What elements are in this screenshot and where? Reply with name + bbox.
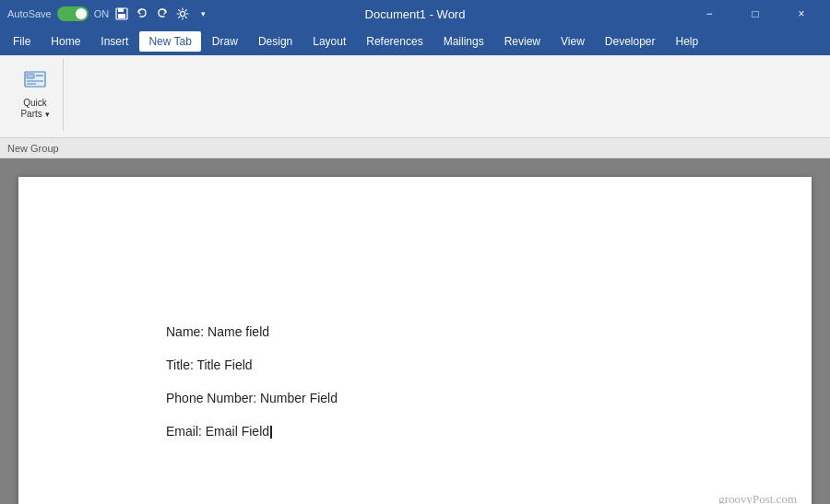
svg-point-3 xyxy=(181,12,185,17)
doc-area: Name: Name field Title: Title Field Phon… xyxy=(0,158,830,504)
title-bar-left: AutoSave ON xyxy=(7,6,210,21)
maximize-button[interactable]: □ xyxy=(734,0,777,28)
menu-item-review[interactable]: Review xyxy=(495,31,550,52)
dropdown-icon[interactable]: ▾ xyxy=(196,6,210,21)
redo-icon[interactable] xyxy=(155,6,170,21)
svg-rect-1 xyxy=(118,8,124,12)
new-group-text: New Group xyxy=(7,143,59,154)
window-title: Document1 - Word xyxy=(365,7,466,21)
menu-item-insert[interactable]: Insert xyxy=(91,31,137,52)
doc-line-email-text: Email: Email Field xyxy=(166,424,272,439)
minimize-button[interactable]: − xyxy=(688,0,730,28)
menu-item-draw[interactable]: Draw xyxy=(203,31,247,52)
doc-line-email: Email: Email Field xyxy=(166,424,664,439)
close-button[interactable]: × xyxy=(780,0,823,28)
menu-bar: File Home Insert New Tab Draw Design Lay… xyxy=(0,28,830,55)
autosave-toggle[interactable] xyxy=(57,6,89,21)
menu-item-layout[interactable]: Layout xyxy=(303,31,355,52)
menu-item-home[interactable]: Home xyxy=(42,31,89,52)
customize-icon[interactable] xyxy=(175,6,190,21)
menu-item-references[interactable]: References xyxy=(357,31,432,52)
quick-parts-button[interactable]: QuickParts ▾ xyxy=(15,63,55,123)
svg-rect-2 xyxy=(118,14,125,18)
window-controls: − □ × xyxy=(688,0,823,28)
save-icon[interactable] xyxy=(114,6,129,21)
new-group-bar: New Group xyxy=(0,138,830,158)
menu-item-help[interactable]: Help xyxy=(667,31,708,52)
menu-item-view[interactable]: View xyxy=(551,31,594,52)
doc-content: Name: Name field Title: Title Field Phon… xyxy=(166,324,664,439)
svg-rect-5 xyxy=(27,74,34,78)
doc-page[interactable]: Name: Name field Title: Title Field Phon… xyxy=(18,177,812,504)
menu-item-mailings[interactable]: Mailings xyxy=(434,31,493,52)
doc-line-name: Name: Name field xyxy=(166,324,664,339)
undo-icon[interactable] xyxy=(135,6,149,21)
quick-parts-icon xyxy=(20,66,50,96)
menu-item-design[interactable]: Design xyxy=(249,31,302,52)
menu-item-developer[interactable]: Developer xyxy=(596,31,665,52)
menu-item-newtab[interactable]: New Tab xyxy=(139,31,200,52)
menu-item-file[interactable]: File xyxy=(4,31,40,52)
autosave-label: AutoSave xyxy=(7,8,52,19)
ribbon-group-quickparts: QuickParts ▾ xyxy=(7,59,64,131)
watermark: groovyPost.com xyxy=(718,492,797,504)
doc-line-phone: Phone Number: Number Field xyxy=(166,391,664,405)
ribbon: QuickParts ▾ xyxy=(0,55,830,138)
title-bar: AutoSave ON xyxy=(0,0,830,28)
quick-parts-label: QuickParts ▾ xyxy=(20,98,49,120)
doc-line-title: Title: Title Field xyxy=(166,357,664,372)
autosave-knob xyxy=(76,8,87,19)
autosave-state: ON xyxy=(94,8,110,19)
